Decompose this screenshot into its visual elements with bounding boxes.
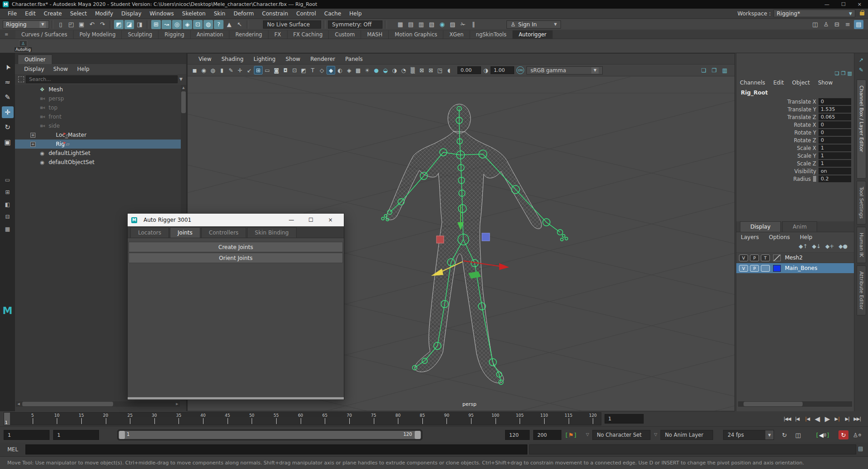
channel-box-menu-edit[interactable]: Edit [774,80,788,86]
dialog-tab-skin-binding[interactable]: Skin Binding [247,227,297,238]
shelf-tab-xgen[interactable]: XGen [443,30,470,39]
divider[interactable] [323,20,326,29]
layout-grid-icon[interactable]: ▦ [2,225,14,234]
save-scene-icon[interactable]: ▣ [77,20,86,29]
move-layer-down-icon[interactable]: ◆↓ [812,243,821,249]
paint-select-tool-icon[interactable]: ✎ [2,91,14,103]
channel-value-field[interactable]: 1 [818,160,851,167]
layer-visibility-toggle[interactable]: V [739,254,748,261]
layer-menu-options[interactable]: Options [769,234,790,240]
scrollbar-thumb[interactable] [22,402,113,406]
menu-file[interactable]: File [4,10,21,18]
menu-skeleton[interactable]: Skeleton [178,10,210,18]
lasso-tool-icon[interactable]: ≈ [2,76,14,88]
dialog-tab-controllers[interactable]: Controllers [201,227,246,238]
snap-grid-icon[interactable]: ⊞ [151,20,161,29]
shelf-tab-rendering[interactable]: Rendering [229,30,268,39]
pan-zoom-icon[interactable]: ✛ [236,66,244,75]
menu-modify[interactable]: Modify [91,10,117,18]
lock-selection-icon[interactable]: ▲ [224,20,234,29]
menu-help[interactable]: Help [345,10,366,18]
pane-menu-icon[interactable]: ❐ [710,66,719,75]
xray-joints-icon[interactable]: ◳ [436,66,444,75]
sidebar-tab-tool-settings[interactable]: Tool Settings [857,181,866,225]
move-tool-icon[interactable]: ✛ [2,106,14,118]
filter-icon[interactable] [18,76,24,82]
script-editor-icon[interactable]: ▤ [858,445,865,454]
menu-select[interactable]: Select [66,10,91,18]
scroll-left-icon[interactable]: ◀ [16,401,21,407]
layer-display-type-toggle[interactable]: T [761,254,770,261]
new-scene-icon[interactable]: ▯ [56,20,65,29]
new-empty-layer-icon[interactable]: ◆+ [825,243,834,249]
snap-projected-center-icon[interactable]: ◈ [183,20,192,29]
camera-lock-icon[interactable]: ◉ [199,66,208,75]
notes-icon[interactable]: ✎ [859,67,863,73]
menu-control[interactable]: Control [292,10,320,18]
expand-icon[interactable]: + [30,133,35,138]
isolate-select-icon[interactable]: ⊠ [417,66,426,75]
shelf-tab-poly-modeling[interactable]: Poly Modeling [74,30,122,39]
shelf-tab-ngskintools[interactable]: ngSkinTools [470,30,513,39]
camera-attributes-icon[interactable]: ◍ [208,66,217,75]
outliner-item-front[interactable]: ■◀front [15,112,181,121]
layer-row-mesh2[interactable]: VPTMesh2 [736,252,854,263]
dialog-close-icon[interactable]: × [321,217,340,223]
workspace-lock-icon[interactable] [860,12,864,15]
channel-box-menu-object[interactable]: Object [792,80,813,86]
new-layer-selected-icon[interactable]: ◆● [838,243,848,249]
channel-value-field[interactable]: 0.2 [818,175,851,182]
channelbox-toggle-icon[interactable]: ▤ [854,20,863,29]
sidebar-tab-human-ik[interactable]: Human IK [857,227,866,263]
character-set-select[interactable]: No Character Set [592,430,650,440]
image-plane-icon[interactable]: ✎ [227,66,235,75]
expand-icon[interactable]: + [30,142,35,147]
current-frame-field[interactable]: 1 [605,414,644,424]
range-start-handle[interactable] [119,431,125,439]
textured-icon[interactable]: ◐ [336,66,344,75]
shelf-menu-icon[interactable]: ≡ [5,32,8,37]
layer-display-type-toggle[interactable] [761,265,770,272]
viewport-menu-shading[interactable]: Shading [217,56,248,62]
wireframe-icon[interactable]: ◇ [317,66,326,75]
outliner-item-top[interactable]: ■◀top [15,103,181,112]
sidebar-tab-channel-box-layer-editor[interactable]: Channel Box / Layer Editor [857,80,866,179]
contrast-icon[interactable]: ◑ [481,66,490,75]
chevron-down-icon[interactable]: ▼ [179,77,184,81]
outliner-toggle-icon[interactable]: ≡ [843,20,853,29]
sign-in-button[interactable]: ♙ Sign In ▼ [506,20,561,29]
channel-box-menu-channels[interactable]: Channels [740,80,769,86]
lights-icon[interactable]: ☀ [363,66,372,75]
camera-select-icon[interactable]: ◼ [190,66,199,75]
range-end-handle[interactable] [415,431,421,439]
measure-icon[interactable]: ↙ [245,66,253,75]
move-layer-up-icon[interactable]: ◆↑ [799,243,807,249]
shelf-tab-motion-graphics[interactable]: Motion Graphics [389,30,443,39]
redo-icon[interactable]: ↷ [98,20,107,29]
channel-value-field[interactable]: on [818,168,851,175]
viewport-menu-renderer[interactable]: Renderer [306,56,340,62]
render-settings-icon[interactable]: ▧ [427,20,436,29]
xray-icon[interactable]: ⊠ [427,66,435,75]
layout-split-icon[interactable]: ⊟ [2,212,14,221]
playback-loop-icon[interactable]: ↻ [779,430,789,439]
shelf-tab-mash[interactable]: MASH [361,30,389,39]
layer-playback-toggle[interactable]: P [750,265,759,272]
create-joints-button[interactable]: Create Joints [129,242,343,252]
channel-value-field[interactable]: 1 [818,145,851,151]
rotate-tool-icon[interactable]: ↻ [2,121,14,133]
shelf-tab-animation[interactable]: Animation [191,30,230,39]
command-language-toggle[interactable]: MEL [0,446,25,453]
layer-color-swatch[interactable] [773,265,781,272]
depth-icon[interactable]: ◔ [399,66,408,75]
channel-box-horizontal-scrollbar[interactable] [738,401,852,407]
play-backwards-button[interactable]: ◀ [813,414,822,424]
menu-skin[interactable]: Skin [210,10,230,18]
playback-start-field[interactable]: 1 [53,430,99,440]
shelf-tab-rigging[interactable]: Rigging [159,30,191,39]
modeling-toolkit-icon[interactable]: ◫ [810,20,820,29]
menu-set-select[interactable]: Rigging▼ [3,20,49,29]
viewport-menu-lighting[interactable]: Lighting [249,56,280,62]
outliner-item-loc-master[interactable]: +▱➤Loc_Master [15,130,181,140]
command-result-field[interactable] [529,444,856,454]
